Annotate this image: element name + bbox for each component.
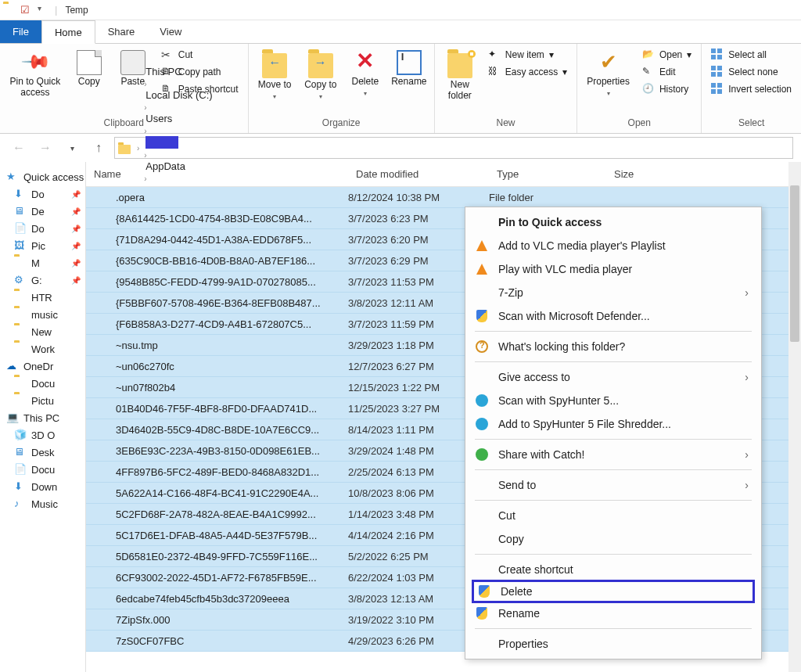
ctx-give-access[interactable]: Give access to› (467, 365, 760, 389)
sidebar-label: HTR (31, 292, 52, 304)
sidebar-item[interactable]: Work (0, 340, 85, 358)
ctx-properties[interactable]: Properties (467, 632, 760, 656)
nav-back-button[interactable]: ← (8, 137, 30, 159)
nav-forward-button[interactable]: → (34, 137, 56, 159)
3d-icon: 🧊 (14, 429, 27, 441)
column-date[interactable]: Date modified (348, 162, 489, 186)
sidebar-label: music (31, 309, 58, 321)
sidebar-item[interactable]: ⚙G:📌 (0, 271, 85, 289)
sidebar-item[interactable]: 💻This PC (0, 409, 85, 426)
folder-icon (97, 191, 110, 203)
file-name: 6CF93002-2022-45D1-AF72-F6785FB59E... (116, 572, 317, 584)
ctx-vlc-play[interactable]: Play with VLC media player (467, 257, 760, 281)
qat-dropdown-icon[interactable]: ▾ (38, 4, 50, 16)
sidebar-item[interactable]: Pictu (0, 392, 85, 409)
ctx-defender[interactable]: Scan with Microsoft Defender... (467, 304, 760, 328)
sidebar-item[interactable]: ⬇Down (0, 478, 85, 495)
sidebar-item[interactable]: ★Quick access (0, 168, 85, 185)
sidebar-item[interactable]: 🖥De📌 (0, 203, 85, 220)
ctx-locking[interactable]: What's locking this folder? (467, 335, 760, 358)
ctx-7zip[interactable]: 7-Zip› (467, 281, 760, 304)
sidebar-item[interactable]: 🖼Pic📌 (0, 237, 85, 254)
file-name: 6edcabe74feb45cfb45b3dc37209eeea (116, 593, 289, 605)
tab-view[interactable]: View (147, 20, 194, 43)
ribbon-group-organize: Move to ▾ Copy to ▾ ✕ Delete ▾ Rename Or… (249, 44, 435, 133)
rename-button[interactable]: Rename (389, 47, 429, 91)
address-bar[interactable]: › This PC›Local Disk (C:)›Users››AppData… (114, 137, 793, 159)
file-name: {8A614425-1CD0-4754-8B3D-E08C9BA4... (116, 213, 312, 225)
sidebar-item[interactable]: ⬇Do📌 (0, 185, 85, 203)
ctx-delete[interactable]: Delete (472, 580, 755, 603)
nav-recent-dropdown[interactable]: ▾ (61, 137, 83, 159)
sidebar-label: Do (31, 189, 45, 200)
nav-up-button[interactable]: ↑ (88, 137, 110, 159)
invert-selection-button[interactable]: Invert selection (706, 81, 796, 97)
column-type[interactable]: Type (489, 162, 606, 186)
select-none-button[interactable]: Select none (706, 64, 796, 80)
scrollbar[interactable] (788, 162, 801, 672)
sidebar-item[interactable]: ♪Music (0, 495, 85, 512)
column-name[interactable]: Name (86, 162, 348, 186)
catch-icon (475, 447, 489, 462)
new-folder-button[interactable]: New folder (440, 47, 480, 105)
selectall-icon (711, 49, 724, 61)
breadcrumb-item[interactable]: Local Disk (C:) (142, 89, 215, 101)
save-icon[interactable]: ☑ (20, 4, 33, 16)
tab-share[interactable]: Share (95, 20, 148, 43)
sidebar-item[interactable]: HTR (0, 289, 85, 306)
ctx-copy[interactable]: Copy (467, 527, 760, 551)
breadcrumb-sep-icon[interactable]: › (142, 127, 148, 135)
column-size[interactable]: Size (606, 162, 677, 186)
history-button[interactable]: 🕘History (638, 81, 696, 97)
move-to-button[interactable]: Move to ▾ (253, 47, 296, 105)
ctx-create-shortcut[interactable]: Create shortcut (467, 558, 760, 581)
select-all-button[interactable]: Select all (706, 47, 796, 63)
pinned-icon: 📌 (71, 259, 81, 268)
sidebar-item[interactable]: M📌 (0, 254, 85, 271)
sidebar-item[interactable]: New (0, 323, 85, 340)
ctx-rename[interactable]: Rename (467, 602, 760, 625)
properties-button[interactable]: ✔ Properties ▾ (582, 47, 634, 102)
ctx-spyhunter-scan[interactable]: Scan with SpyHunter 5... (467, 389, 760, 412)
sidebar-item[interactable]: ☁OneDr (0, 358, 85, 375)
pin-quick-access-button[interactable]: 📌 Pin to Quick access (5, 47, 66, 102)
address-sep-icon[interactable]: › (135, 144, 141, 153)
ctx-spyhunter-shredder[interactable]: Add to SpyHunter 5 File Shredder... (467, 412, 760, 436)
breadcrumb-item[interactable]: This PC (142, 66, 215, 77)
edit-button[interactable]: ✎Edit (638, 64, 696, 80)
sidebar-item[interactable]: Docu (0, 375, 85, 392)
breadcrumb-sep-icon[interactable]: › (142, 80, 148, 88)
sidebar-item[interactable]: 📄Docu (0, 461, 85, 478)
breadcrumb-sep-icon[interactable]: › (142, 103, 148, 112)
cut-button[interactable]: ✂Cut (156, 47, 243, 63)
down-icon: ⬇ (14, 480, 27, 493)
sidebar-item[interactable]: 🧊3D O (0, 426, 85, 444)
folder-icon (14, 343, 27, 355)
sidebar-item[interactable]: 📄Do📌 (0, 220, 85, 237)
breadcrumb-item[interactable] (142, 136, 215, 149)
breadcrumb-item[interactable]: Users (142, 113, 215, 124)
file-name: 7ZipSfx.000 (116, 614, 170, 626)
newfolder-icon (447, 53, 472, 78)
sidebar-item[interactable]: 🖥Desk (0, 444, 85, 461)
new-item-button[interactable]: ✦New item ▾ (483, 47, 572, 63)
copy-button[interactable]: Copy (69, 47, 110, 91)
file-row[interactable]: .opera8/12/2024 10:38 PMFile folder (86, 187, 801, 208)
tab-file[interactable]: File (0, 20, 41, 43)
delete-button[interactable]: ✕ Delete ▾ (345, 47, 386, 102)
scrollbar-thumb[interactable] (790, 185, 799, 342)
open-button[interactable]: 📂Open ▾ (638, 47, 696, 63)
ctx-vlc-add-playlist[interactable]: Add to VLC media player's Playlist (467, 234, 760, 257)
ctx-send-to[interactable]: Send to› (467, 473, 760, 497)
sidebar-item[interactable]: music (0, 306, 85, 323)
file-name: ~un07f802b4 (116, 382, 175, 393)
ctx-cut[interactable]: Cut (467, 504, 760, 527)
ctx-pin-quick-access[interactable]: Pin to Quick access (467, 210, 760, 234)
file-name: ~un06c270fc (116, 361, 174, 372)
tab-home[interactable]: Home (41, 20, 95, 44)
easy-access-button[interactable]: ⛓Easy access ▾ (483, 64, 572, 80)
ctx-share-catch[interactable]: Share with Catch!› (467, 443, 760, 466)
breadcrumb-sep-icon[interactable]: › (142, 151, 148, 160)
copy-to-button[interactable]: Copy to ▾ (300, 47, 342, 105)
folder-icon (97, 508, 110, 520)
